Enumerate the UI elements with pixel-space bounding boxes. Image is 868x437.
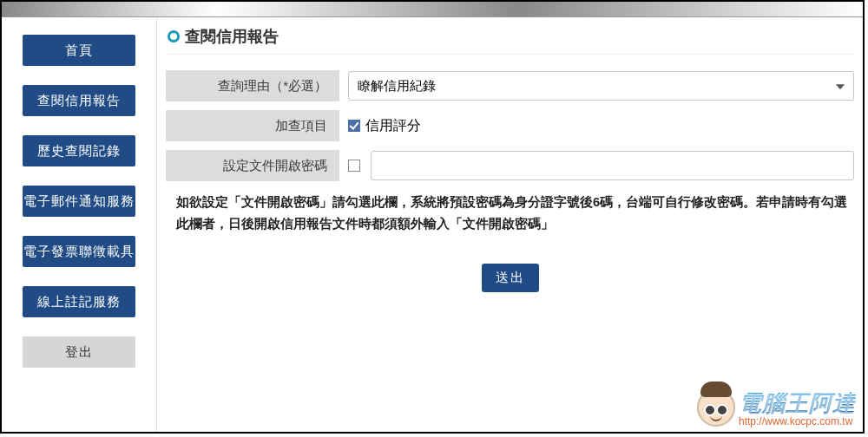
window-topbar: [2, 2, 863, 17]
password-checkbox[interactable]: [348, 160, 360, 172]
app-body: 首頁 查閱信用報告 歷史查閱記錄 電子郵件通知服務 電子發票聯徵載具 線上註記服…: [2, 17, 863, 432]
field-reason: 瞭解信用紀錄: [339, 71, 854, 101]
sidebar-item-credit-report[interactable]: 查閱信用報告: [23, 85, 135, 116]
reason-select[interactable]: 瞭解信用紀錄: [348, 71, 854, 101]
sidebar-item-home[interactable]: 首頁: [23, 35, 135, 66]
section-title: 查閱信用報告: [185, 26, 279, 47]
password-note: 如欲設定「文件開啟密碼」請勾選此欄，系統將預設密碼為身分證字號後6碼，台端可自行…: [166, 190, 854, 234]
watermark-text: 電腦王阿達 http://www.kocpc.com.tw: [739, 392, 856, 427]
sidebar-item-logout[interactable]: 登出: [23, 336, 135, 368]
section-title-row: 查閱信用報告: [166, 26, 854, 55]
sidebar-item-history[interactable]: 歷史查閱記錄: [23, 135, 135, 166]
app-frame: 首頁 查閱信用報告 歷史查閱記錄 電子郵件通知服務 電子發票聯徵載具 線上註記服…: [0, 0, 865, 434]
row-addons: 加查項目 信用評分: [166, 110, 854, 141]
label-addons: 加查項目: [166, 110, 339, 141]
watermark-url: http://www.kocpc.com.tw: [739, 416, 856, 427]
addons-checkbox[interactable]: [348, 120, 360, 132]
main-panel: 查閱信用報告 查詢理由（*必選） 瞭解信用紀錄 加查項目 信用評分 設定文件開啟: [156, 17, 863, 432]
label-reason: 查詢理由（*必選）: [166, 70, 339, 101]
submit-button[interactable]: 送出: [482, 264, 539, 292]
password-input[interactable]: [371, 151, 854, 180]
row-password: 設定文件開啟密碼: [166, 150, 854, 181]
sidebar-item-invoice[interactable]: 電子發票聯徵載具: [23, 236, 135, 267]
addons-option-label: 信用評分: [365, 117, 421, 135]
watermark: 電腦王阿達 http://www.kocpc.com.tw: [697, 388, 856, 427]
sidebar-item-online-note[interactable]: 線上註記服務: [23, 286, 135, 317]
field-password: [339, 151, 854, 180]
watermark-mascot-icon: [697, 388, 735, 427]
submit-row: 送出: [166, 264, 854, 292]
watermark-title: 電腦王阿達: [739, 392, 856, 414]
bullet-icon: [168, 30, 180, 42]
sidebar: 首頁 查閱信用報告 歷史查閱記錄 電子郵件通知服務 電子發票聯徵載具 線上註記服…: [2, 17, 156, 432]
reason-select-value: 瞭解信用紀錄: [358, 78, 436, 95]
label-password: 設定文件開啟密碼: [166, 150, 339, 181]
field-addons: 信用評分: [339, 117, 854, 135]
row-reason: 查詢理由（*必選） 瞭解信用紀錄: [166, 70, 854, 101]
sidebar-item-email-notify[interactable]: 電子郵件通知服務: [23, 186, 135, 217]
